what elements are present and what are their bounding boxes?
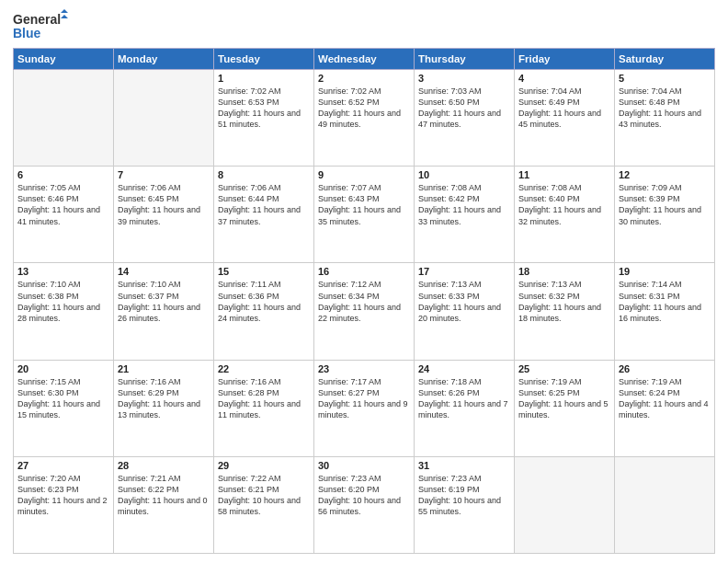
day-info: Sunrise: 7:12 AM Sunset: 6:34 PM Dayligh…: [318, 279, 410, 324]
day-info: Sunrise: 7:11 AM Sunset: 6:36 PM Dayligh…: [218, 279, 310, 324]
day-number: 8: [218, 169, 310, 180]
header: General Blue: [13, 9, 715, 42]
day-info: Sunrise: 7:08 AM Sunset: 6:40 PM Dayligh…: [518, 182, 610, 227]
calendar-cell: 28Sunrise: 7:21 AM Sunset: 6:22 PM Dayli…: [114, 456, 214, 553]
calendar-week-row: 6Sunrise: 7:05 AM Sunset: 6:46 PM Daylig…: [14, 167, 715, 263]
day-number: 28: [118, 460, 210, 471]
calendar-cell: 6Sunrise: 7:05 AM Sunset: 6:46 PM Daylig…: [14, 167, 114, 263]
calendar-cell: 7Sunrise: 7:06 AM Sunset: 6:45 PM Daylig…: [114, 167, 214, 263]
day-info: Sunrise: 7:16 AM Sunset: 6:28 PM Dayligh…: [218, 376, 310, 421]
day-info: Sunrise: 7:14 AM Sunset: 6:31 PM Dayligh…: [619, 279, 711, 324]
page: General Blue SundayMondayTuesdayWednesda…: [0, 0, 728, 563]
calendar-week-row: 13Sunrise: 7:10 AM Sunset: 6:38 PM Dayli…: [14, 263, 715, 360]
day-number: 10: [418, 169, 510, 180]
calendar-cell: 25Sunrise: 7:19 AM Sunset: 6:25 PM Dayli…: [515, 360, 615, 456]
day-number: 15: [218, 266, 310, 277]
day-number: 25: [518, 363, 610, 374]
day-number: 14: [118, 266, 210, 277]
calendar-cell: 26Sunrise: 7:19 AM Sunset: 6:24 PM Dayli…: [615, 360, 715, 456]
logo-svg: General Blue: [13, 9, 68, 42]
weekday-header-thursday: Thursday: [415, 49, 515, 70]
calendar-cell: 12Sunrise: 7:09 AM Sunset: 6:39 PM Dayli…: [615, 167, 715, 263]
calendar-cell: 3Sunrise: 7:03 AM Sunset: 6:50 PM Daylig…: [415, 70, 515, 167]
calendar-cell: 16Sunrise: 7:12 AM Sunset: 6:34 PM Dayli…: [314, 263, 415, 360]
weekday-header-sunday: Sunday: [14, 49, 114, 70]
day-info: Sunrise: 7:20 AM Sunset: 6:23 PM Dayligh…: [17, 473, 109, 518]
calendar-cell: 24Sunrise: 7:18 AM Sunset: 6:26 PM Dayli…: [415, 360, 515, 456]
day-info: Sunrise: 7:23 AM Sunset: 6:19 PM Dayligh…: [418, 473, 510, 518]
calendar-week-row: 1Sunrise: 7:02 AM Sunset: 6:53 PM Daylig…: [14, 70, 715, 167]
day-number: 19: [619, 266, 711, 277]
calendar-cell: 2Sunrise: 7:02 AM Sunset: 6:52 PM Daylig…: [314, 70, 415, 167]
logo: General Blue: [13, 9, 68, 42]
calendar-cell: 9Sunrise: 7:07 AM Sunset: 6:43 PM Daylig…: [314, 167, 415, 263]
day-number: 1: [218, 73, 310, 84]
day-number: 13: [17, 266, 109, 277]
day-number: 16: [318, 266, 410, 277]
calendar-cell: 11Sunrise: 7:08 AM Sunset: 6:40 PM Dayli…: [515, 167, 615, 263]
day-number: 21: [118, 363, 210, 374]
svg-text:General: General: [13, 12, 61, 27]
day-number: 31: [418, 460, 510, 471]
calendar-cell: [615, 456, 715, 553]
day-info: Sunrise: 7:10 AM Sunset: 6:38 PM Dayligh…: [17, 279, 109, 324]
weekday-header-wednesday: Wednesday: [314, 49, 415, 70]
calendar-week-row: 20Sunrise: 7:15 AM Sunset: 6:30 PM Dayli…: [14, 360, 715, 456]
day-info: Sunrise: 7:10 AM Sunset: 6:37 PM Dayligh…: [118, 279, 210, 324]
calendar-cell: 13Sunrise: 7:10 AM Sunset: 6:38 PM Dayli…: [14, 263, 114, 360]
calendar-cell: [114, 70, 214, 167]
weekday-header-friday: Friday: [515, 49, 615, 70]
day-info: Sunrise: 7:16 AM Sunset: 6:29 PM Dayligh…: [118, 376, 210, 421]
calendar-cell: 17Sunrise: 7:13 AM Sunset: 6:33 PM Dayli…: [415, 263, 515, 360]
day-info: Sunrise: 7:13 AM Sunset: 6:33 PM Dayligh…: [418, 279, 510, 324]
day-number: 23: [318, 363, 410, 374]
calendar-cell: 30Sunrise: 7:23 AM Sunset: 6:20 PM Dayli…: [314, 456, 415, 553]
calendar-cell: 22Sunrise: 7:16 AM Sunset: 6:28 PM Dayli…: [214, 360, 314, 456]
calendar-cell: 27Sunrise: 7:20 AM Sunset: 6:23 PM Dayli…: [14, 456, 114, 553]
day-number: 9: [318, 169, 410, 180]
day-info: Sunrise: 7:09 AM Sunset: 6:39 PM Dayligh…: [619, 182, 711, 227]
day-info: Sunrise: 7:02 AM Sunset: 6:53 PM Dayligh…: [218, 86, 310, 131]
day-number: 27: [17, 460, 109, 471]
calendar-cell: 29Sunrise: 7:22 AM Sunset: 6:21 PM Dayli…: [214, 456, 314, 553]
day-number: 3: [418, 73, 510, 84]
svg-marker-3: [61, 15, 68, 18]
day-info: Sunrise: 7:19 AM Sunset: 6:24 PM Dayligh…: [619, 376, 711, 421]
day-number: 30: [318, 460, 410, 471]
calendar-cell: 8Sunrise: 7:06 AM Sunset: 6:44 PM Daylig…: [214, 167, 314, 263]
day-info: Sunrise: 7:04 AM Sunset: 6:49 PM Dayligh…: [518, 86, 610, 131]
day-number: 18: [518, 266, 610, 277]
calendar-cell: [14, 70, 114, 167]
calendar-cell: 5Sunrise: 7:04 AM Sunset: 6:48 PM Daylig…: [615, 70, 715, 167]
weekday-header-monday: Monday: [114, 49, 214, 70]
calendar-table: SundayMondayTuesdayWednesdayThursdayFrid…: [13, 48, 715, 554]
weekday-header-tuesday: Tuesday: [214, 49, 314, 70]
day-info: Sunrise: 7:13 AM Sunset: 6:32 PM Dayligh…: [518, 279, 610, 324]
day-number: 7: [118, 169, 210, 180]
calendar-cell: 19Sunrise: 7:14 AM Sunset: 6:31 PM Dayli…: [615, 263, 715, 360]
calendar-cell: 31Sunrise: 7:23 AM Sunset: 6:19 PM Dayli…: [415, 456, 515, 553]
day-number: 29: [218, 460, 310, 471]
day-number: 4: [518, 73, 610, 84]
weekday-header-saturday: Saturday: [615, 49, 715, 70]
calendar-cell: 4Sunrise: 7:04 AM Sunset: 6:49 PM Daylig…: [515, 70, 615, 167]
calendar-week-row: 27Sunrise: 7:20 AM Sunset: 6:23 PM Dayli…: [14, 456, 715, 553]
day-info: Sunrise: 7:22 AM Sunset: 6:21 PM Dayligh…: [218, 473, 310, 518]
day-info: Sunrise: 7:18 AM Sunset: 6:26 PM Dayligh…: [418, 376, 510, 421]
day-info: Sunrise: 7:06 AM Sunset: 6:45 PM Dayligh…: [118, 182, 210, 227]
day-number: 17: [418, 266, 510, 277]
calendar-cell: 10Sunrise: 7:08 AM Sunset: 6:42 PM Dayli…: [415, 167, 515, 263]
day-info: Sunrise: 7:06 AM Sunset: 6:44 PM Dayligh…: [218, 182, 310, 227]
calendar-cell: 20Sunrise: 7:15 AM Sunset: 6:30 PM Dayli…: [14, 360, 114, 456]
calendar-cell: 21Sunrise: 7:16 AM Sunset: 6:29 PM Dayli…: [114, 360, 214, 456]
day-number: 24: [418, 363, 510, 374]
day-info: Sunrise: 7:03 AM Sunset: 6:50 PM Dayligh…: [418, 86, 510, 131]
day-info: Sunrise: 7:15 AM Sunset: 6:30 PM Dayligh…: [17, 376, 109, 421]
calendar-cell: [515, 456, 615, 553]
day-number: 22: [218, 363, 310, 374]
calendar-cell: 14Sunrise: 7:10 AM Sunset: 6:37 PM Dayli…: [114, 263, 214, 360]
weekday-header-row: SundayMondayTuesdayWednesdayThursdayFrid…: [14, 49, 715, 70]
day-number: 12: [619, 169, 711, 180]
day-info: Sunrise: 7:21 AM Sunset: 6:22 PM Dayligh…: [118, 473, 210, 518]
calendar-cell: 23Sunrise: 7:17 AM Sunset: 6:27 PM Dayli…: [314, 360, 415, 456]
